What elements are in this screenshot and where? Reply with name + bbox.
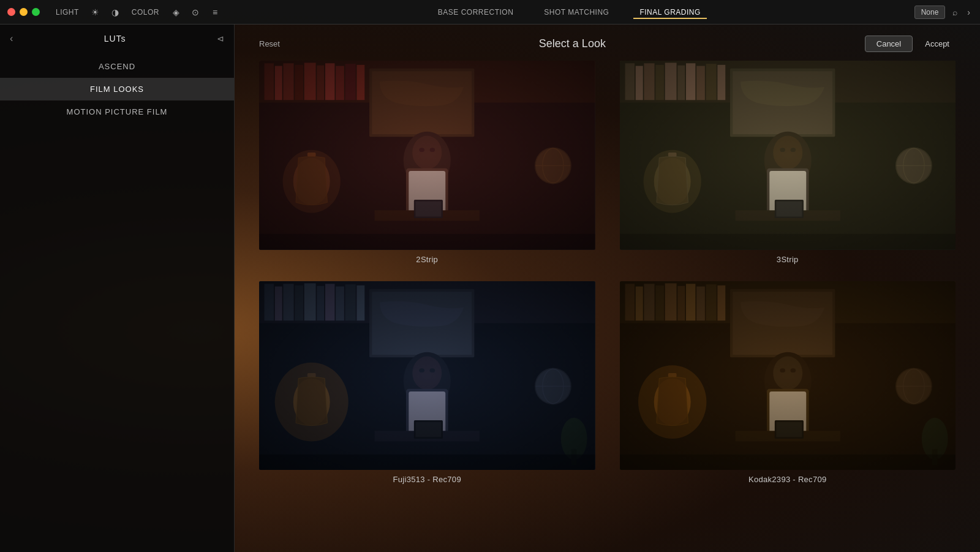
maximize-button[interactable] bbox=[32, 8, 40, 16]
reset-button[interactable]: Reset bbox=[259, 39, 280, 48]
tab-shot-matching[interactable]: SHOT MATCHING bbox=[538, 6, 615, 19]
sidebar-item-film-looks[interactable]: FILM LOOKS bbox=[0, 78, 234, 100]
nav-icon-circle[interactable]: ⊙ bbox=[186, 4, 205, 20]
look-label-kodak: Kodak2393 - Rec709 bbox=[748, 475, 827, 484]
page-title: Select a Look bbox=[539, 37, 606, 50]
sidebar-title: LUTs bbox=[13, 34, 217, 43]
nav-icon-brightness[interactable]: ☀ bbox=[86, 4, 105, 20]
none-dropdown[interactable]: None bbox=[914, 6, 946, 19]
svg-rect-65 bbox=[620, 61, 956, 250]
look-label-fuji: Fuji3513 - Rec709 bbox=[393, 475, 461, 484]
look-thumb-2strip bbox=[259, 61, 595, 250]
svg-rect-32 bbox=[259, 61, 595, 250]
look-thumb-kodak bbox=[620, 281, 956, 471]
looks-grid: 2Strip bbox=[247, 61, 968, 496]
svg-rect-100 bbox=[259, 281, 595, 471]
nav-icon-curves[interactable]: ◈ bbox=[167, 4, 185, 20]
look-thumb-3strip bbox=[620, 61, 956, 250]
look-item-kodak[interactable]: Kodak2393 - Rec709 bbox=[620, 281, 956, 485]
look-label-2strip: 2Strip bbox=[416, 255, 438, 264]
sidebar-item-motion-picture-film[interactable]: MOTION PICTURE FILM bbox=[0, 100, 234, 123]
section-tabs: BASE CORRECTION SHOT MATCHING FINAL GRAD… bbox=[432, 6, 707, 19]
close-button[interactable] bbox=[7, 8, 15, 16]
nav-color[interactable]: COLOR bbox=[126, 6, 165, 19]
cancel-button[interactable]: Cancel bbox=[865, 36, 913, 52]
tab-base-correction[interactable]: BASE CORRECTION bbox=[432, 6, 520, 19]
accept-button[interactable]: Accept bbox=[919, 36, 956, 52]
sidebar-item-ascend[interactable]: ASCEND bbox=[0, 55, 234, 78]
topbar-actions: Cancel Accept bbox=[865, 36, 956, 52]
look-label-3strip: 3Strip bbox=[777, 255, 799, 264]
content-area: ‹ LUTs ⊲ ASCEND FILM LOOKS MOTION PICTUR… bbox=[0, 25, 980, 552]
titlebar: LIGHT ☀ ◑ COLOR ◈ ⊙ ≡ BASE CORRECTION SH… bbox=[0, 0, 980, 25]
look-topbar: Reset Select a Look Cancel Accept bbox=[247, 25, 968, 61]
sidebar-list: ASCEND FILM LOOKS MOTION PICTURE FILM bbox=[0, 50, 234, 128]
minimize-button[interactable] bbox=[20, 8, 28, 16]
nav-icon-contrast[interactable]: ◑ bbox=[106, 4, 124, 20]
left-nav: LIGHT ☀ ◑ COLOR ◈ ⊙ ≡ bbox=[50, 4, 224, 20]
nav-right: None ⌕ › bbox=[914, 5, 973, 20]
look-item-2strip[interactable]: 2Strip bbox=[259, 61, 595, 264]
sidebar-header: ‹ LUTs ⊲ bbox=[0, 25, 234, 50]
tab-final-grading[interactable]: FINAL GRADING bbox=[633, 6, 706, 19]
nav-light[interactable]: LIGHT bbox=[50, 6, 85, 19]
main-panel: Reset Select a Look Cancel Accept bbox=[235, 25, 980, 552]
sidebar: ‹ LUTs ⊲ ASCEND FILM LOOKS MOTION PICTUR… bbox=[0, 25, 235, 552]
look-thumb-fuji bbox=[259, 281, 595, 471]
look-item-3strip[interactable]: 3Strip bbox=[620, 61, 956, 264]
nav-icon-sliders[interactable]: ≡ bbox=[206, 4, 224, 20]
svg-rect-135 bbox=[620, 281, 956, 471]
window-controls bbox=[7, 8, 40, 16]
pin-icon[interactable]: ⊲ bbox=[217, 34, 224, 43]
search-icon[interactable]: ⌕ bbox=[950, 5, 960, 20]
expand-icon[interactable]: › bbox=[965, 5, 973, 20]
look-item-fuji[interactable]: Fuji3513 - Rec709 bbox=[259, 281, 595, 485]
